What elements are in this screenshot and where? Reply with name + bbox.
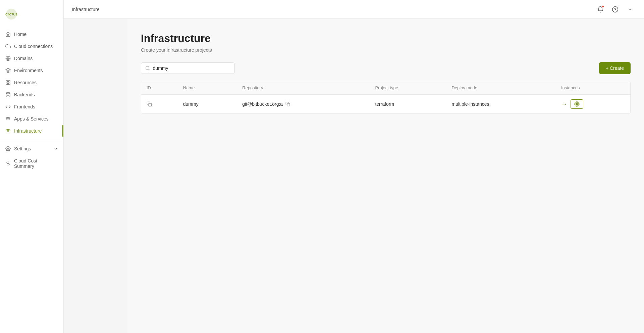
sidebar-item-apps-services[interactable]: Apps & Services xyxy=(0,113,63,125)
col-project-type: Project type xyxy=(370,81,446,95)
toolbar: + Create xyxy=(141,62,631,74)
svg-point-9 xyxy=(6,92,10,94)
instances-settings-icon xyxy=(574,101,580,107)
sidebar-item-cloud-connections-label: Cloud connections xyxy=(14,44,53,49)
svg-point-14 xyxy=(8,118,9,120)
svg-point-15 xyxy=(9,118,10,120)
help-icon xyxy=(612,6,619,13)
sidebar-item-backends[interactable]: Backends xyxy=(0,89,63,101)
col-id: ID xyxy=(141,81,178,95)
sidebar: C4C7US Home Cloud connections Domains En… xyxy=(0,0,64,333)
sidebar-item-infrastructure-label: Infrastructure xyxy=(14,128,42,134)
grid-icon xyxy=(5,80,11,85)
cell-id xyxy=(141,95,178,114)
create-button[interactable]: + Create xyxy=(599,62,631,74)
cell-project-type: terraform xyxy=(370,95,446,114)
table-row: dummy git@bitbucket.org:a terraform mult… xyxy=(141,95,630,114)
create-button-label: + Create xyxy=(606,65,624,71)
sidebar-item-backends-label: Backends xyxy=(14,92,35,97)
globe-icon xyxy=(5,56,11,61)
chevron-down-icon xyxy=(53,146,58,151)
sidebar-item-domains-label: Domains xyxy=(14,56,33,61)
svg-point-25 xyxy=(576,103,578,105)
svg-point-17 xyxy=(7,148,9,149)
svg-rect-5 xyxy=(6,81,8,82)
svg-text:C4C7US: C4C7US xyxy=(5,13,17,16)
sidebar-item-cloud-cost-summary[interactable]: Cloud Cost Summary xyxy=(0,155,63,172)
col-deploy-mode: Deploy mode xyxy=(446,81,555,95)
instances-button[interactable] xyxy=(571,99,583,109)
sidebar-item-home[interactable]: Home xyxy=(0,28,63,40)
sidebar-item-home-label: Home xyxy=(14,32,26,37)
sidebar-item-cloud-cost-summary-label: Cloud Cost Summary xyxy=(14,158,58,169)
svg-rect-6 xyxy=(8,81,10,82)
sidebar-item-environments-label: Environments xyxy=(14,68,43,73)
page-subtitle: Create your infrastructure projects xyxy=(141,47,631,53)
sidebar-item-settings-label: Settings xyxy=(14,146,31,151)
sidebar-item-cloud-connections[interactable]: Cloud connections xyxy=(0,40,63,52)
sidebar-item-frontends[interactable]: Frontends xyxy=(0,101,63,113)
layers-icon xyxy=(5,68,11,73)
svg-line-22 xyxy=(149,69,150,70)
instances-arrow-icon: → xyxy=(561,101,567,108)
user-dropdown-arrow xyxy=(628,7,633,12)
gear-icon xyxy=(5,146,11,151)
sidebar-item-settings[interactable]: Settings xyxy=(0,143,63,155)
svg-point-10 xyxy=(6,117,7,118)
home-icon xyxy=(5,32,11,37)
sidebar-item-infrastructure[interactable]: Infrastructure xyxy=(0,125,63,137)
logo[interactable]: C4C7US xyxy=(0,5,63,28)
svg-point-21 xyxy=(146,66,149,70)
cloud-icon xyxy=(5,44,11,49)
sidebar-item-environments[interactable]: Environments xyxy=(0,64,63,77)
search-icon xyxy=(145,65,150,71)
col-instances: Instances xyxy=(556,81,630,95)
id-copy-icon xyxy=(147,101,152,107)
svg-rect-23 xyxy=(149,103,152,106)
dollar-icon xyxy=(5,161,11,166)
table-header-row: ID Name Repository Project type Deploy m… xyxy=(141,81,630,95)
topbar-actions xyxy=(595,4,636,15)
user-dropdown[interactable] xyxy=(625,5,636,14)
page-title: Infrastructure xyxy=(141,32,631,45)
cell-deploy-mode: multiple-instances xyxy=(446,95,555,114)
copy-icon xyxy=(285,102,290,106)
sidebar-divider xyxy=(0,140,63,140)
notifications-button[interactable] xyxy=(595,4,606,15)
svg-point-11 xyxy=(8,117,9,118)
svg-rect-8 xyxy=(6,83,8,85)
sidebar-item-resources[interactable]: Resources xyxy=(0,77,63,89)
database-icon xyxy=(5,92,11,97)
svg-rect-7 xyxy=(8,83,10,85)
svg-marker-4 xyxy=(6,68,10,70)
main-content: Infrastructure Create your infrastructur… xyxy=(127,19,644,333)
help-button[interactable] xyxy=(610,4,621,15)
notification-dot xyxy=(602,5,604,8)
logo-icon: C4C7US xyxy=(5,8,17,20)
sidebar-item-domains[interactable]: Domains xyxy=(0,52,63,64)
sidebar-item-apps-services-label: Apps & Services xyxy=(14,116,49,122)
sidebar-item-frontends-label: Frontends xyxy=(14,104,35,109)
col-name: Name xyxy=(178,81,237,95)
cell-repository-value: git@bitbucket.org:a xyxy=(242,101,283,107)
infrastructure-table: ID Name Repository Project type Deploy m… xyxy=(141,81,631,114)
cell-instances: → xyxy=(556,95,630,114)
sidebar-item-resources-label: Resources xyxy=(14,80,37,85)
sidebar-nav: Home Cloud connections Domains Environme… xyxy=(0,28,63,328)
code-icon xyxy=(5,104,11,109)
topbar-title: Infrastructure xyxy=(72,7,99,12)
topbar: Infrastructure xyxy=(64,0,644,19)
cell-repository: git@bitbucket.org:a xyxy=(237,95,370,114)
search-input[interactable] xyxy=(153,65,230,71)
svg-point-12 xyxy=(9,117,10,118)
search-box[interactable] xyxy=(141,62,235,74)
col-repository: Repository xyxy=(237,81,370,95)
wifi-icon xyxy=(5,128,11,134)
apps-icon xyxy=(5,116,11,122)
svg-point-13 xyxy=(6,118,7,120)
svg-rect-24 xyxy=(287,103,290,106)
cell-name: dummy xyxy=(178,95,237,114)
